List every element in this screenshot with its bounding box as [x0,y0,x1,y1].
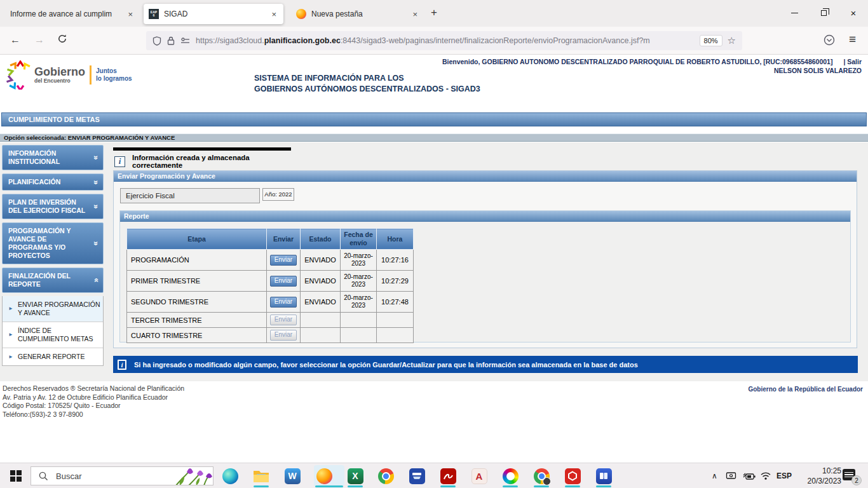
running-indicator [315,485,343,487]
logo-tagline2: lo logramos [96,75,132,83]
excel-icon[interactable]: X [347,468,363,484]
start-button[interactable] [10,470,22,482]
tray-expand-chevron[interactable]: ∧ [712,463,717,488]
guardar-notice-bar: i Si ha ingresado o modificado algún cam… [113,356,858,373]
url-bar[interactable]: https://sigad3cloud.planificacion.gob.ec… [146,31,742,50]
tab-title: Informe de avance al cumplimiento [10,10,112,18]
file-explorer-icon[interactable] [253,468,269,484]
table-row: TERCER TRIMESTRE Enviar [127,313,414,328]
ejercicio-fiscal-field[interactable]: Ejercicio Fiscal [120,188,260,203]
info-icon: i [114,156,125,167]
tab-nueva-pestana[interactable]: Nueva pestaña × [291,4,424,24]
battery-icon[interactable] [742,471,756,483]
tab-close-icon[interactable]: × [269,10,278,19]
forward-button[interactable]: → [34,34,44,46]
eap-favicon-icon: EAP6 [149,9,159,19]
footer-line: Av. Patria y Av. 12 de Octubre Edificio … [3,393,184,402]
enviar-programacion-panel: Enviar Programación y Avance Ejercicio F… [113,170,857,348]
tray-clock[interactable]: 10:25 20/3/2023 [796,466,841,486]
logo-divider [90,65,92,85]
chrome-icon[interactable] [377,468,394,484]
tab-close-icon[interactable]: × [126,10,135,19]
wifi-icon[interactable] [760,471,771,483]
sidebar-item-plan-inversion[interactable]: PLAN DE INVERSIÓN DEL EJERCICIO FISCAL » [2,194,104,219]
search-placeholder: Buscar [56,471,171,481]
taskbar-search-box[interactable]: Buscar [31,466,214,485]
firefox-favicon-icon [296,9,306,19]
module-title-bar: CUMPLIMIENTO DE METAS [1,112,867,126]
submenu-item-generar-reporte[interactable]: ► GENERAR REPORTE [3,348,103,365]
sidebar-item-programacion-avance[interactable]: PROGRAMACIÓN Y AVANCE DE PROGRAMAS Y/O P… [2,222,104,264]
tab-close-icon[interactable]: × [410,10,419,19]
enviar-button[interactable]: Enviar [270,255,297,266]
word-icon[interactable]: W [284,468,301,484]
hexagon-app-icon[interactable] [564,468,581,484]
submenu-item-enviar-programacion[interactable]: ► ENVIAR PROGRAMACIÓN Y AVANCE [3,296,103,322]
sidebar-item-informacion-institucional[interactable]: INFORMACIÓN INSTITUCIONAL » [2,145,104,170]
running-indicator [440,485,456,487]
scanner-app-icon[interactable] [409,468,425,484]
windows-taskbar: Buscar W X A ∧ [0,463,868,488]
running-indicator [503,485,518,487]
new-tab-button[interactable]: + [431,6,437,19]
language-indicator[interactable]: ESP [776,463,792,488]
notebook-app-icon[interactable] [595,468,612,484]
tray-time: 10:25 [796,466,841,476]
pocket-icon[interactable] [824,34,835,48]
window-close-button[interactable]: × [839,0,868,25]
logo-title: Gobierno [34,67,85,78]
menu-hamburger-icon[interactable]: ≡ [849,32,856,46]
chrome-profile-icon[interactable] [533,468,550,484]
running-indicator [348,485,363,487]
table-row: PRIMER TRIMESTRE Enviar ENVIADO 20-marzo… [127,271,414,292]
footer-line: Teléfono:(593)-2 3 97-8900 [3,410,184,419]
submenu-item-indice-cumplimiento[interactable]: ► ÍNDICE DE CUMPLIMIENTO METAS [3,322,103,348]
table-row: CUARTO TRIMESTRE Enviar [127,328,414,343]
tab-title: Nueva pestaña [311,10,363,18]
reload-button[interactable] [57,34,67,46]
shield-icon[interactable] [153,36,161,46]
welcome-text: Bienvenido, GOBIERNO AUTONOMO DESCENTRAL… [442,58,833,65]
running-indicator [254,485,269,487]
tab-informe[interactable]: Informe de avance al cumplimiento × [5,4,140,24]
window-restore-button[interactable] [809,0,838,25]
running-indicator [596,485,611,487]
enviar-button[interactable]: Enviar [270,297,297,308]
color-wheel-app-icon[interactable] [502,468,519,484]
chevron-double-up-icon: » [92,276,100,284]
window-minimize-button[interactable] [780,0,809,25]
column-estado: Estado [301,229,341,250]
lock-icon[interactable] [167,36,175,45]
edge-icon[interactable] [222,468,238,484]
sidebar-item-planificacion[interactable]: PLANIFICACIÓN » [2,173,104,191]
chevron-double-down-icon: » [92,203,100,210]
acrobat-icon[interactable] [440,468,456,484]
table-row: PROGRAMACIÓN Enviar ENVIADO 20-marzo-202… [127,250,414,271]
sidebar-item-finalizacion-reporte[interactable]: FINALIZACIÓN DEL REPORTE » [2,268,104,293]
footer-right-text: Gobierno de la República del Ecuador [748,386,863,393]
gobierno-logo: Gobierno del Encuentro Juntos lo logramo… [5,60,132,90]
selected-option-bar: Opción seleccionada: ENVIAR PROGRAMACIÓN… [0,133,868,142]
logo-burst-icon [5,60,32,90]
system-title: SISTEMA DE INFORMACIÓN PARA LOS GOBIERNO… [254,73,480,95]
restore-icon [821,10,827,16]
notification-count-badge: 2 [851,475,862,485]
firefox-icon[interactable] [316,468,332,484]
user-name: NELSON SOLIS VALAREZO [774,67,862,74]
cast-display-icon[interactable] [726,471,736,483]
success-message-text: Información creada y almacenada correcta… [132,154,291,169]
bookmark-star-icon[interactable]: ☆ [728,35,736,46]
permissions-icon[interactable] [180,37,190,44]
back-button[interactable]: ← [10,34,20,46]
logout-link[interactable]: | Salir [843,58,862,65]
welcome-line: Bienvenido, GOBIERNO AUTONOMO DESCENTRAL… [442,58,862,65]
info-icon: i [118,360,126,370]
zoom-level-badge[interactable]: 80% [700,35,722,46]
enviar-button[interactable]: Enviar [270,276,297,287]
url-text: https://sigad3cloud.planificacion.gob.ec… [196,36,695,45]
reporte-table: Etapa Enviar Estado Fecha de envío Hora … [126,228,414,343]
column-etapa: Etapa [127,229,267,250]
tab-sigad-active[interactable]: EAP6 SIGAD × [144,4,283,24]
chevron-double-down-icon: » [92,154,100,161]
autocad-icon[interactable]: A [471,468,487,484]
